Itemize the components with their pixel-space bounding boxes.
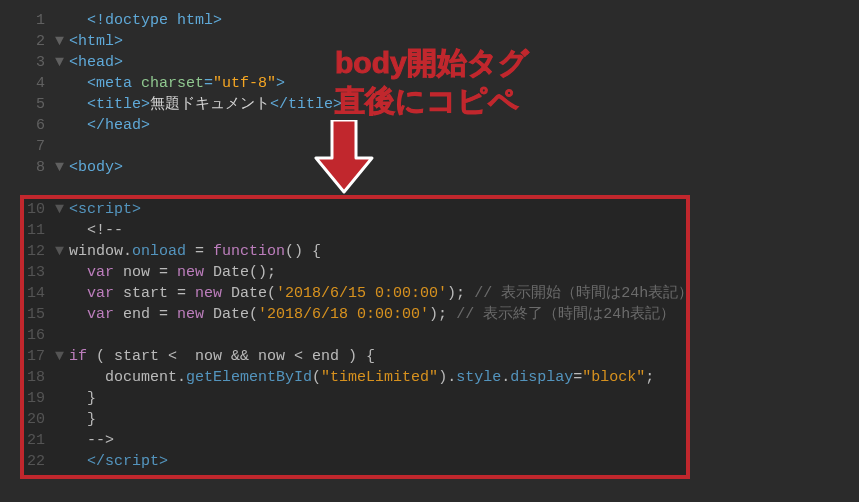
token-fn: display: [510, 369, 573, 386]
token-op: ).: [438, 369, 456, 386]
line-number: 3: [0, 52, 45, 73]
token-str: '2018/6/15 0:00:00': [276, 285, 447, 302]
token-cmt: // 表示終了（時間は24h表記）: [447, 306, 675, 323]
token-tag: </script>: [87, 453, 168, 470]
annotation-text: body開始タグ 直後にコピペ: [335, 44, 529, 119]
line-number-gutter: 1234567810111213141516171819202122: [0, 10, 55, 472]
line-number: 6: [0, 115, 45, 136]
token-op: now =: [114, 264, 177, 281]
token-op: }: [87, 390, 96, 407]
code-line[interactable]: [55, 178, 859, 199]
token-op: );: [447, 285, 465, 302]
fold-triangle-icon[interactable]: ▼: [55, 157, 69, 178]
code-line[interactable]: [55, 325, 859, 346]
line-number: 16: [0, 325, 45, 346]
code-line[interactable]: </script>: [55, 451, 859, 472]
code-line[interactable]: }: [55, 409, 859, 430]
fold-triangle-icon[interactable]: ▼: [55, 52, 69, 73]
token-op: Date();: [204, 264, 276, 281]
code-line[interactable]: ▼if ( start < now && now < end ) {: [55, 346, 859, 367]
fold-triangle-icon[interactable]: ▼: [55, 199, 69, 220]
token-op: ( start < now && now < end ) {: [87, 348, 375, 365]
token-str: "timeLimited": [321, 369, 438, 386]
token-fn: getElementById: [186, 369, 312, 386]
line-number: 1: [0, 10, 45, 31]
annotation-line2: 直後にコピペ: [335, 82, 529, 120]
line-number: [0, 178, 45, 199]
token-op: 無題ドキュメント: [150, 96, 270, 113]
token-tag: <!doctype html>: [87, 12, 222, 29]
token-str: "block": [582, 369, 645, 386]
token-tag: <html>: [69, 33, 123, 50]
code-line[interactable]: [55, 136, 859, 157]
token-op: Date(: [204, 306, 258, 323]
token-tag: </title>: [270, 96, 342, 113]
line-number: 17: [0, 346, 45, 367]
token-tag: <title>: [87, 96, 150, 113]
token-op: =: [186, 243, 213, 260]
token-op: () {: [285, 243, 321, 260]
token-tag: >: [276, 75, 285, 92]
line-number: 11: [0, 220, 45, 241]
token-fn: onload: [132, 243, 186, 260]
line-number: 19: [0, 388, 45, 409]
line-number: 10: [0, 199, 45, 220]
token-kw: function: [213, 243, 285, 260]
line-number: 8: [0, 157, 45, 178]
token-str: '2018/6/18 0:00:00': [258, 306, 429, 323]
token-kw: new: [177, 306, 204, 323]
token-op: window.: [69, 243, 132, 260]
token-kw: new: [177, 264, 204, 281]
token-tag: =: [204, 75, 213, 92]
code-line[interactable]: ▼window.onload = function() {: [55, 241, 859, 262]
code-line[interactable]: var start = new Date('2018/6/15 0:00:00'…: [55, 283, 859, 304]
code-line[interactable]: }: [55, 388, 859, 409]
annotation-line1: body開始タグ: [335, 44, 529, 82]
line-number: 14: [0, 283, 45, 304]
code-line[interactable]: ▼<body>: [55, 157, 859, 178]
token-tag: <head>: [69, 54, 123, 71]
line-number: 22: [0, 451, 45, 472]
token-tag: </head>: [87, 117, 150, 134]
line-number: 18: [0, 367, 45, 388]
token-op: ;: [645, 369, 654, 386]
code-line[interactable]: ▼<script>: [55, 199, 859, 220]
token-kw: var: [87, 264, 114, 281]
fold-triangle-icon[interactable]: ▼: [55, 346, 69, 367]
token-cmt: // 表示開始（時間は24h表記）: [465, 285, 693, 302]
token-tag: <script>: [69, 201, 141, 218]
line-number: 15: [0, 304, 45, 325]
line-number: 2: [0, 31, 45, 52]
token-kw: if: [69, 348, 87, 365]
token-kw: var: [87, 306, 114, 323]
token-attr: charset: [141, 75, 204, 92]
token-op: .: [501, 369, 510, 386]
line-number: 7: [0, 136, 45, 157]
token-str: "utf-8": [213, 75, 276, 92]
token-op: }: [87, 411, 96, 428]
token-op: );: [429, 306, 447, 323]
line-number: 12: [0, 241, 45, 262]
token-fn: style: [456, 369, 501, 386]
code-line[interactable]: document.getElementById("timeLimited").s…: [55, 367, 859, 388]
token-op: Date(: [222, 285, 276, 302]
code-line[interactable]: <!--: [55, 220, 859, 241]
code-line[interactable]: var now = new Date();: [55, 262, 859, 283]
token-op: <!--: [87, 222, 123, 239]
token-op: document.: [105, 369, 186, 386]
code-line[interactable]: -->: [55, 430, 859, 451]
line-number: 5: [0, 94, 45, 115]
token-op: =: [573, 369, 582, 386]
line-number: 13: [0, 262, 45, 283]
token-kw: var: [87, 285, 114, 302]
fold-triangle-icon[interactable]: ▼: [55, 31, 69, 52]
line-number: 21: [0, 430, 45, 451]
fold-triangle-icon[interactable]: ▼: [55, 241, 69, 262]
token-op: end =: [114, 306, 177, 323]
token-op: (: [312, 369, 321, 386]
token-tag: <body>: [69, 159, 123, 176]
code-line[interactable]: <!doctype html>: [55, 10, 859, 31]
code-line[interactable]: var end = new Date('2018/6/18 0:00:00');…: [55, 304, 859, 325]
token-op: start =: [114, 285, 195, 302]
token-kw: new: [195, 285, 222, 302]
